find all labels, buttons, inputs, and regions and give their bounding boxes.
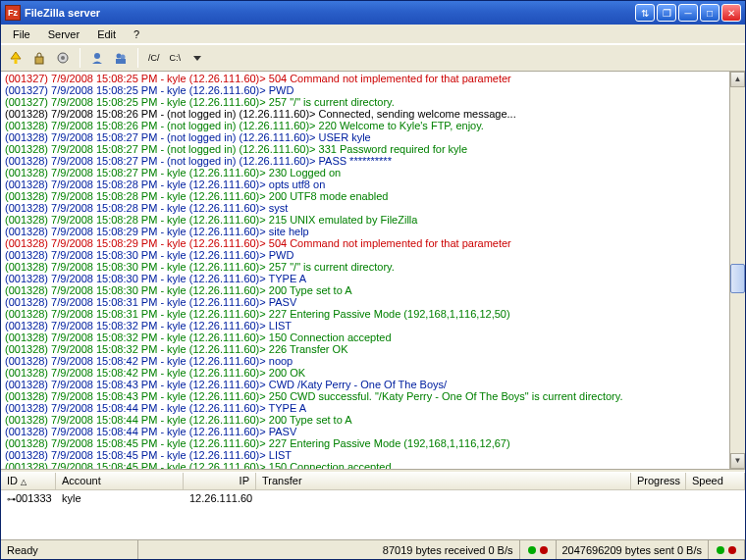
log-line: (001328) 7/9/2008 15:08:44 PM - kyle (12…	[5, 414, 741, 426]
log-line: (001328) 7/9/2008 15:08:44 PM - kyle (12…	[5, 402, 741, 414]
log-line: (001328) 7/9/2008 15:08:32 PM - kyle (12…	[5, 320, 741, 331]
dropdown-icon[interactable]	[186, 47, 208, 69]
log-line: (001328) 7/9/2008 15:08:27 PM - kyle (12…	[5, 167, 741, 178]
log-line: (001328) 7/9/2008 15:08:27 PM - (not log…	[5, 155, 741, 167]
col-progress[interactable]: Progress	[631, 473, 686, 489]
menu-file[interactable]: File	[5, 26, 38, 42]
log-line: (001328) 7/9/2008 15:08:45 PM - kyle (12…	[5, 437, 741, 449]
log-line: (001328) 7/9/2008 15:08:43 PM - kyle (12…	[5, 390, 741, 402]
users-icon[interactable]	[86, 47, 108, 69]
log-line: (001328) 7/9/2008 15:08:28 PM - kyle (12…	[5, 178, 741, 190]
status-bar: Ready 87019 bytes received 0 B/s 2047696…	[1, 539, 745, 559]
conn-account: kyle	[56, 492, 184, 504]
recv-led-icon	[520, 540, 557, 559]
conn-id: 001333	[16, 492, 52, 504]
log-line: (001327) 7/9/2008 15:08:25 PM - kyle (12…	[5, 96, 741, 108]
connection-icon: ⊶	[7, 494, 16, 504]
log-line: (001328) 7/9/2008 15:08:42 PM - kyle (12…	[5, 367, 741, 379]
log-line: (001328) 7/9/2008 15:08:29 PM - kyle (12…	[5, 237, 741, 249]
log-line: (001327) 7/9/2008 15:08:25 PM - kyle (12…	[5, 84, 741, 96]
toolbar-separator	[137, 48, 138, 68]
restore-alt-button[interactable]: ⇅	[635, 4, 655, 22]
log-line: (001328) 7/9/2008 15:08:32 PM - kyle (12…	[5, 331, 741, 343]
svg-rect-8	[116, 59, 126, 64]
log-line: (001328) 7/9/2008 15:08:26 PM - (not log…	[5, 120, 741, 131]
col-ip[interactable]: IP	[184, 473, 256, 489]
menu-help[interactable]: ?	[126, 26, 147, 42]
menu-edit[interactable]: Edit	[89, 26, 124, 42]
drive-c-win[interactable]: C:\	[166, 47, 186, 69]
log-line: (001328) 7/9/2008 15:08:27 PM - (not log…	[5, 131, 741, 143]
lock-icon[interactable]	[28, 47, 50, 69]
col-speed[interactable]: Speed	[686, 473, 745, 489]
log-line: (001328) 7/9/2008 15:08:28 PM - kyle (12…	[5, 190, 741, 202]
sent-led-icon	[709, 540, 745, 559]
status-sent: 2047696209 bytes sent 0 B/s	[557, 540, 710, 559]
menu-server[interactable]: Server	[40, 26, 87, 42]
column-headers: ID △ Account IP Transfer Progress Speed	[1, 473, 745, 490]
svg-marker-0	[11, 52, 21, 59]
svg-point-4	[61, 56, 65, 60]
col-id[interactable]: ID △	[1, 473, 56, 489]
groups-icon[interactable]	[110, 47, 132, 69]
scroll-down-icon[interactable]: ▼	[730, 453, 745, 469]
log-line: (001328) 7/9/2008 15:08:30 PM - kyle (12…	[5, 284, 741, 296]
svg-point-7	[121, 55, 126, 60]
svg-point-5	[94, 53, 100, 59]
log-line: (001328) 7/9/2008 15:08:30 PM - kyle (12…	[5, 273, 741, 284]
connections-pane: ID △ Account IP Transfer Progress Speed …	[1, 473, 745, 539]
drive-c-unix[interactable]: /C/	[144, 47, 164, 69]
status-received: 87019 bytes received 0 B/s	[138, 540, 520, 559]
scroll-up-icon[interactable]: ▲	[730, 72, 745, 87]
settings-icon[interactable]	[52, 47, 74, 69]
log-line: (001328) 7/9/2008 15:08:28 PM - kyle (12…	[5, 214, 741, 226]
log-line: (001328) 7/9/2008 15:08:29 PM - kyle (12…	[5, 226, 741, 237]
maximize-button[interactable]: □	[700, 4, 719, 22]
log-line: (001328) 7/9/2008 15:08:31 PM - kyle (12…	[5, 296, 741, 308]
log-line: (001328) 7/9/2008 15:08:45 PM - kyle (12…	[5, 461, 741, 469]
toolbar: /C/ C:\	[1, 44, 745, 72]
sort-asc-icon: △	[21, 478, 27, 486]
log-line: (001328) 7/9/2008 15:08:43 PM - kyle (12…	[5, 379, 741, 390]
connection-row[interactable]: ⊶001333 kyle 12.26.111.60	[1, 490, 745, 506]
window-title: FileZilla server	[25, 7, 635, 19]
col-account[interactable]: Account	[56, 473, 184, 489]
log-line: (001328) 7/9/2008 15:08:32 PM - kyle (12…	[5, 343, 741, 355]
app-icon: Fz	[5, 5, 21, 21]
log-line: (001328) 7/9/2008 15:08:28 PM - kyle (12…	[5, 202, 741, 214]
minimize-button[interactable]: ─	[678, 4, 698, 22]
toolbar-separator	[80, 48, 80, 68]
status-ready: Ready	[1, 540, 138, 559]
close-button[interactable]: ✕	[721, 4, 741, 22]
log-line: (001328) 7/9/2008 15:08:26 PM - (not log…	[5, 108, 741, 120]
svg-marker-9	[193, 56, 201, 61]
menubar: File Server Edit ?	[1, 25, 745, 44]
reconnect-icon[interactable]	[5, 47, 27, 69]
log-line: (001327) 7/9/2008 15:08:25 PM - kyle (12…	[5, 73, 741, 84]
scroll-thumb[interactable]	[730, 264, 745, 293]
scrollbar[interactable]: ▲ ▼	[729, 72, 745, 469]
log-line: (001328) 7/9/2008 15:08:45 PM - kyle (12…	[5, 449, 741, 461]
svg-rect-2	[35, 57, 43, 64]
log-line: (001328) 7/9/2008 15:08:27 PM - (not log…	[5, 143, 741, 155]
window-titlebar: Fz FileZilla server ⇅ ❐ ─ □ ✕	[1, 1, 745, 25]
col-transfer[interactable]: Transfer	[256, 473, 631, 489]
log-line: (001328) 7/9/2008 15:08:31 PM - kyle (12…	[5, 308, 741, 320]
log-area[interactable]: (001327) 7/9/2008 15:08:25 PM - kyle (12…	[1, 72, 745, 469]
log-line: (001328) 7/9/2008 15:08:30 PM - kyle (12…	[5, 249, 741, 261]
restore-button[interactable]: ❐	[657, 4, 676, 22]
log-line: (001328) 7/9/2008 15:08:44 PM - kyle (12…	[5, 426, 741, 437]
log-line: (001328) 7/9/2008 15:08:42 PM - kyle (12…	[5, 355, 741, 367]
conn-ip: 12.26.111.60	[184, 492, 256, 504]
log-line: (001328) 7/9/2008 15:08:30 PM - kyle (12…	[5, 261, 741, 273]
